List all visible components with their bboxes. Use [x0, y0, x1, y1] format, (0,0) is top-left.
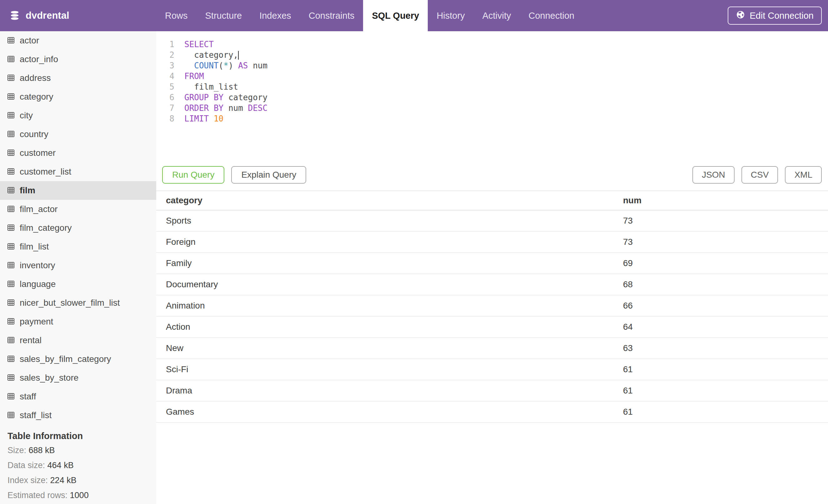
sidebar-item-film-category[interactable]: film_category	[0, 219, 156, 237]
run-query-button[interactable]: Run Query	[162, 166, 224, 184]
database-brand: dvdrental	[0, 0, 156, 31]
cell-category: Sci-Fi	[156, 364, 623, 374]
sidebar-item-actor[interactable]: actor	[0, 31, 156, 50]
sidebar-item-country[interactable]: country	[0, 125, 156, 144]
cell-num: 61	[623, 364, 633, 374]
cell-num: 61	[623, 407, 633, 417]
sidebar-item-inventory[interactable]: inventory	[0, 256, 156, 275]
cell-category: Drama	[156, 386, 623, 396]
nav-spacer	[583, 0, 728, 31]
sidebar-item-label: nicer_but_slower_film_list	[20, 298, 120, 308]
sidebar-item-label: staff	[20, 392, 36, 402]
table-icon	[7, 373, 14, 383]
table-info-data-size-value: 464 kB	[47, 461, 74, 470]
explain-query-button[interactable]: Explain Query	[231, 166, 306, 184]
sidebar-item-label: actor_info	[20, 54, 58, 64]
tab-rows[interactable]: Rows	[156, 0, 197, 31]
text-cursor	[238, 51, 239, 60]
column-header-category: category	[156, 195, 623, 205]
code-line: 3 COUNT(*) AS num	[156, 60, 828, 71]
sidebar-item-actor-info[interactable]: actor_info	[0, 50, 156, 69]
table-row: New63	[156, 338, 828, 359]
sidebar-item-customer-list[interactable]: customer_list	[0, 163, 156, 181]
sidebar-item-label: actor	[20, 36, 39, 46]
query-toolbar: Run Query Explain Query JSON CSV XML	[156, 166, 828, 184]
sidebar-item-payment[interactable]: payment	[0, 312, 156, 331]
cell-num: 66	[623, 301, 633, 311]
sidebar-item-label: country	[20, 129, 48, 139]
edit-connection-label: Edit Connection	[750, 11, 814, 21]
tab-indexes[interactable]: Indexes	[251, 0, 300, 31]
export-xml-button[interactable]: XML	[785, 166, 822, 184]
table-row: Games61	[156, 402, 828, 423]
table-row: Action64	[156, 317, 828, 338]
table-icon	[7, 92, 14, 102]
line-number: 7	[156, 103, 174, 113]
sidebar-item-customer[interactable]: customer	[0, 144, 156, 163]
sidebar-item-sales-by-store[interactable]: sales_by_store	[0, 368, 156, 387]
export-buttons: JSON CSV XML	[692, 166, 822, 184]
table-icon	[7, 279, 14, 289]
code-line: 5 film_list	[156, 82, 828, 92]
tables-sidebar: actor actor_info address category city c…	[0, 31, 156, 504]
cell-category: Foreign	[156, 237, 623, 247]
sidebar-item-label: rental	[20, 335, 42, 346]
sidebar-item-sales-by-film-category[interactable]: sales_by_film_category	[0, 350, 156, 368]
top-nav: dvdrental Rows Structure Indexes Constra…	[0, 0, 828, 31]
table-row: Family69	[156, 253, 828, 274]
sidebar-item-nicer-but-slower-film-list[interactable]: nicer_but_slower_film_list	[0, 293, 156, 312]
sidebar-item-film[interactable]: film	[0, 181, 156, 200]
table-icon	[7, 204, 14, 214]
table-info-size: Size: 688 kB	[7, 443, 156, 458]
line-number: 5	[156, 82, 174, 92]
sidebar-item-city[interactable]: city	[0, 106, 156, 125]
code-line: 6GROUP BY category	[156, 92, 828, 103]
table-icon	[7, 317, 14, 327]
cell-category: Family	[156, 258, 623, 268]
sidebar-item-label: sales_by_store	[20, 373, 78, 383]
table-info-estimated-rows-value: 1000	[70, 491, 89, 500]
cell-num: 68	[623, 279, 633, 289]
table-icon	[7, 36, 14, 46]
code-line: 1SELECT	[156, 39, 828, 50]
table-row: Animation66	[156, 295, 828, 317]
sidebar-item-staff[interactable]: staff	[0, 387, 156, 406]
cell-category: Action	[156, 322, 623, 332]
sidebar-item-film-actor[interactable]: film_actor	[0, 200, 156, 219]
tab-structure[interactable]: Structure	[197, 0, 251, 31]
export-csv-button[interactable]: CSV	[741, 166, 778, 184]
sidebar-item-label: customer	[20, 148, 56, 158]
code-line: 2 category,	[156, 50, 828, 60]
table-icon	[7, 54, 14, 64]
table-row: Foreign73	[156, 232, 828, 253]
tab-activity[interactable]: Activity	[474, 0, 520, 31]
line-number: 1	[156, 39, 174, 50]
sidebar-item-address[interactable]: address	[0, 69, 156, 87]
cell-num: 73	[623, 237, 633, 247]
line-number: 4	[156, 71, 174, 82]
results-header-row: category num	[156, 191, 828, 211]
cell-num: 63	[623, 343, 633, 353]
line-number: 6	[156, 92, 174, 103]
sidebar-item-label: film_list	[20, 242, 49, 252]
sql-editor[interactable]: 1SELECT 2 category, 3 COUNT(*) AS num 4F…	[156, 31, 828, 124]
table-icon	[7, 261, 14, 270]
table-info-data-size: Data size: 464 kB	[7, 458, 156, 473]
tab-constraints[interactable]: Constraints	[300, 0, 363, 31]
sidebar-item-language[interactable]: language	[0, 275, 156, 293]
tab-connection[interactable]: Connection	[520, 0, 583, 31]
line-number: 3	[156, 60, 174, 71]
sidebar-item-rental[interactable]: rental	[0, 331, 156, 350]
table-info-index-size-value: 224 kB	[50, 475, 77, 485]
export-json-button[interactable]: JSON	[692, 166, 735, 184]
tab-sql-query[interactable]: SQL Query	[363, 0, 428, 31]
edit-connection-button[interactable]: Edit Connection	[728, 7, 822, 25]
sidebar-item-staff-list[interactable]: staff_list	[0, 406, 156, 425]
cell-num: 64	[623, 322, 633, 332]
results-table: category num Sports73 Foreign73 Family69…	[156, 190, 828, 423]
sidebar-item-label: city	[20, 110, 33, 121]
tab-history[interactable]: History	[428, 0, 473, 31]
sidebar-item-category[interactable]: category	[0, 87, 156, 106]
sidebar-item-film-list[interactable]: film_list	[0, 237, 156, 256]
table-icon	[7, 110, 14, 121]
